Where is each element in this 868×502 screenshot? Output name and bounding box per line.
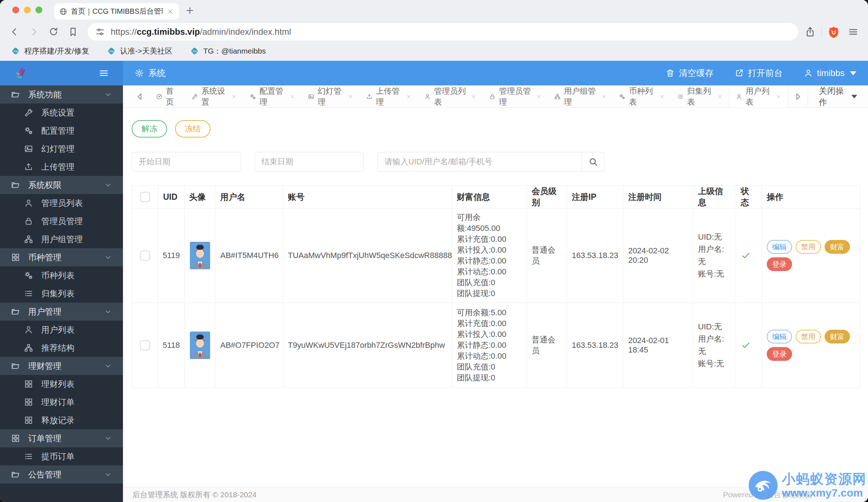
back-icon[interactable]: [9, 27, 20, 37]
sitemap-icon: [554, 93, 561, 101]
sidebar-item-group[interactable]: 理财管理: [0, 357, 123, 375]
login-button[interactable]: 登录: [767, 257, 792, 271]
new-tab-button[interactable]: [185, 6, 195, 15]
page-tab[interactable]: 配置管理: [243, 85, 302, 107]
sidebar-item-group[interactable]: 公告管理: [0, 465, 123, 484]
sidebar-item-child[interactable]: 管理员管理: [0, 212, 123, 230]
page-tab[interactable]: 系统设置: [185, 85, 243, 107]
tabs-scroll-right[interactable]: [788, 85, 808, 107]
tab-close-icon[interactable]: [536, 93, 542, 100]
page-tab[interactable]: 管理员列表: [418, 85, 483, 107]
sidebar-item-group[interactable]: 用户管理: [0, 303, 123, 321]
start-date-input[interactable]: [132, 152, 241, 172]
page-tab-label: 上传管理: [376, 86, 403, 107]
sidebar-item-group[interactable]: 系统权限: [0, 176, 123, 194]
page-tab[interactable]: 首页: [150, 85, 185, 107]
tab-close-icon[interactable]: [406, 93, 412, 100]
browser-tab[interactable]: 首页｜CCG TIMIBBS后台管理: [54, 3, 179, 20]
nav-system[interactable]: 系统: [135, 67, 166, 79]
sidebar-item-child[interactable]: 管理员列表: [0, 194, 123, 212]
svg-text:Tm: Tm: [13, 49, 18, 53]
wealth-button[interactable]: 财富: [825, 240, 850, 254]
nav-system-label: 系统: [148, 67, 166, 79]
page-tab[interactable]: 用户组管理: [548, 85, 613, 107]
wealth-button[interactable]: 财富: [825, 330, 850, 343]
edit-button[interactable]: 编辑: [767, 330, 792, 343]
page-tab[interactable]: 归集列表: [671, 85, 729, 107]
page-tab[interactable]: 上传管理: [360, 85, 418, 107]
minimize-window-button[interactable]: [24, 7, 31, 13]
tabs-scroll-left[interactable]: [130, 85, 150, 107]
chevron-down-icon: [104, 471, 112, 478]
user-menu[interactable]: timibbs: [804, 68, 856, 78]
sidebar-item-child[interactable]: 理财列表: [0, 375, 123, 393]
close-window-button[interactable]: [12, 7, 19, 13]
tab-close-icon[interactable]: [289, 93, 295, 100]
powered-by-text: Powered By 后台管理系统: [723, 490, 859, 500]
sidebar-item-child[interactable]: 币种列表: [0, 266, 123, 284]
clear-cache-button[interactable]: 清空缓存: [665, 67, 714, 79]
share-icon[interactable]: [805, 26, 816, 37]
freeze-button[interactable]: 冻结: [175, 120, 210, 138]
page-tab[interactable]: 幻灯管理: [302, 85, 360, 107]
edit-button[interactable]: 编辑: [767, 240, 792, 254]
svg-text:Tm: Tm: [109, 49, 114, 53]
bookmark-item[interactable]: Tm 程序搭建/开发/修复: [11, 46, 89, 56]
select-all-checkbox[interactable]: [140, 192, 150, 202]
sidebar-item-group[interactable]: 系统功能: [0, 85, 123, 104]
sidebar-toggle-icon[interactable]: [98, 68, 109, 79]
tab-close-icon[interactable]: [717, 93, 723, 100]
sidebar-item-child[interactable]: 归集列表: [0, 284, 123, 303]
search-button[interactable]: [582, 152, 604, 172]
sidebar-item-child[interactable]: 用户组管理: [0, 230, 123, 248]
open-front-button[interactable]: 打开前台: [735, 67, 783, 79]
bookmark-item[interactable]: Tm 认准->天美社区: [107, 46, 173, 56]
search-input[interactable]: [378, 152, 582, 172]
tab-close-icon[interactable]: [471, 93, 477, 100]
brave-shield-icon[interactable]: [827, 26, 840, 38]
sidebar-item-child[interactable]: 配置管理: [0, 122, 123, 140]
users-table: UID 头像 用户名 账号 财富信息 会员级别 注册IP 注册时间 上级信息 状…: [132, 185, 860, 388]
close-operations-dropdown[interactable]: 关闭操作: [808, 85, 868, 107]
page-tab[interactable]: 币种列表: [613, 85, 671, 107]
tab-close-icon[interactable]: [601, 93, 607, 100]
page-tab[interactable]: 管理员管理: [483, 85, 548, 107]
zoom-window-button[interactable]: [35, 7, 42, 13]
sidebar-item-child[interactable]: 幻灯管理: [0, 140, 123, 158]
page-tabbar: 首页 系统设置 配置管理 幻灯管理 上传管理 管理员列表 管理员管理 用户组管理: [123, 85, 868, 108]
sidebar-item-child[interactable]: 用户列表: [0, 321, 123, 339]
gears-icon: [24, 126, 33, 135]
row-checkbox[interactable]: [140, 340, 150, 350]
tab-close-icon[interactable]: [348, 93, 354, 100]
disable-button[interactable]: 禁用: [796, 330, 821, 343]
sidebar-item-child[interactable]: 释放记录: [0, 411, 123, 429]
grid-icon: [24, 415, 33, 425]
tab-close-icon[interactable]: [775, 93, 782, 100]
tab-close-icon[interactable]: [167, 8, 174, 15]
login-button[interactable]: 登录: [767, 347, 792, 361]
browser-menu-icon[interactable]: [848, 26, 859, 37]
tab-close-icon[interactable]: [231, 93, 237, 100]
url-bar[interactable]: https://ccg.timibbs.vip/admin/index/inde…: [88, 23, 798, 41]
bookmark-item[interactable]: Tm TG：@tianmeibbs: [190, 46, 266, 56]
end-date-input[interactable]: [255, 152, 364, 172]
forward-icon[interactable]: [29, 27, 39, 37]
disable-button[interactable]: 禁用: [796, 240, 821, 254]
sidebar-item-child[interactable]: 系统设置: [0, 104, 123, 122]
row-checkbox[interactable]: [140, 250, 150, 261]
sidebar-item-group[interactable]: 订单管理: [0, 429, 123, 447]
bookmark-icon[interactable]: [68, 27, 78, 37]
person-icon: [24, 198, 33, 208]
cell-reg-ip: 163.53.18.23: [572, 251, 618, 260]
sidebar-item-child[interactable]: 提币订单: [0, 447, 123, 465]
unfreeze-button[interactable]: 解冻: [132, 120, 167, 138]
page-tab[interactable]: 用户列表: [729, 85, 788, 107]
site-settings-icon[interactable]: [95, 27, 105, 37]
reload-icon[interactable]: [48, 27, 59, 37]
sidebar-item-child[interactable]: 理财订单: [0, 393, 123, 411]
sidebar-item-child[interactable]: 推荐结构: [0, 339, 123, 357]
tab-close-icon[interactable]: [659, 93, 665, 100]
browser-tab-title: 首页｜CCG TIMIBBS后台管理: [71, 7, 163, 16]
sidebar-item-group[interactable]: 币种管理: [0, 248, 123, 266]
sidebar-item-child[interactable]: 上传管理: [0, 158, 123, 176]
